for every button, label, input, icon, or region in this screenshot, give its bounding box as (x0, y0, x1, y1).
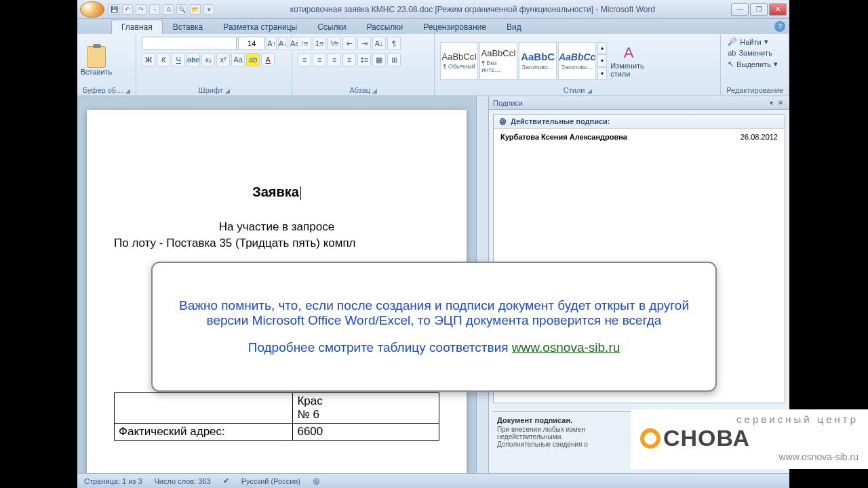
scroll-down-icon[interactable]: ▾ (597, 54, 607, 67)
font-launcher-icon[interactable]: ◢ (225, 87, 230, 94)
panel-title: Подписи (493, 99, 523, 107)
style-scroll[interactable]: ▴ ▾ ▾ (597, 42, 607, 80)
increase-indent-button[interactable]: ⇥ (357, 37, 371, 50)
decrease-indent-button[interactable]: ⇤ (342, 37, 356, 50)
align-right-button[interactable]: ≡ (328, 53, 341, 66)
superscript-button[interactable]: x² (216, 53, 230, 66)
highlight-button[interactable]: ab (246, 53, 260, 66)
signature-date: 26.08.2012 (741, 133, 778, 141)
info-overlay: Важно помнить, что, если после создания … (151, 262, 717, 392)
open-icon[interactable]: 📂 (190, 4, 201, 15)
new-icon[interactable]: ▫ (149, 4, 160, 15)
watermark-logo: СНОВА (640, 425, 859, 451)
cursor-icon: ↖ (728, 60, 734, 68)
tab-insert[interactable]: Вставка (163, 20, 214, 34)
qat-more-icon[interactable]: ▾ (203, 4, 214, 15)
scroll-more-icon[interactable]: ▾ (597, 67, 607, 80)
show-marks-button[interactable]: ¶ (387, 37, 401, 50)
watermark-url: www.osnova-sib.ru (640, 451, 859, 462)
paragraph-launcher-icon[interactable]: ◢ (372, 87, 377, 94)
clipboard-launcher-icon[interactable]: ◢ (125, 87, 130, 94)
multilevel-button[interactable]: ⅟≡ (328, 37, 341, 50)
doc-table: Крас№ 6 Фактический адрес: 6600 (114, 392, 439, 441)
grow-font-icon[interactable]: A↑ (267, 37, 277, 50)
underline-button[interactable]: Ч (172, 53, 185, 66)
change-case-button[interactable]: Aa (231, 53, 245, 66)
font-size-select[interactable] (238, 37, 265, 50)
style-no-spacing[interactable]: AaBbCcI ¶ Без инте… (479, 42, 517, 80)
style-normal[interactable]: AaBbCcI ¶ Обычный (440, 42, 478, 80)
tab-mailings[interactable]: Рассылки (356, 20, 413, 34)
rosette-icon: 🏵 (499, 117, 507, 125)
scroll-up-icon[interactable]: ▴ (597, 42, 607, 55)
office-button[interactable] (80, 1, 104, 18)
table-row: Фактический адрес: 6600 (115, 424, 439, 441)
page-indicator[interactable]: Страница: 1 из 3 (84, 477, 142, 485)
print-icon[interactable]: ⎙ (163, 4, 174, 15)
spellcheck-icon[interactable]: ✔ (223, 476, 229, 485)
ribbon-tabs: Главная Вставка Разметка страницы Ссылки… (77, 19, 789, 34)
style-heading1[interactable]: AaBbC Заголово… (519, 42, 557, 80)
align-center-button[interactable]: ≡ (313, 53, 326, 66)
italic-button[interactable]: К (157, 53, 170, 66)
tab-home[interactable]: Главная (111, 20, 163, 34)
status-bar: Страница: 1 из 3 Число слов: 363 ✔ Русск… (77, 473, 789, 488)
undo-icon[interactable]: ↶ (122, 4, 133, 15)
doc-title: Заявка (114, 184, 439, 200)
shading-button[interactable]: ▦ (372, 53, 386, 66)
style-heading2[interactable]: AaBbCc Заголово… (558, 42, 596, 80)
minimize-button[interactable]: — (731, 3, 749, 16)
help-icon[interactable]: ? (774, 21, 785, 32)
editing-group-label: Редактирование (726, 85, 783, 94)
redo-icon[interactable]: ↷ (136, 4, 146, 15)
quick-access-toolbar: 💾 ↶ ↷ ▫ ⎙ 🔍 📂 ▾ (108, 4, 214, 15)
group-clipboard: Вставить Буфер об… ◢ (77, 34, 136, 96)
paste-button[interactable]: Вставить (83, 41, 110, 81)
styles-launcher-icon[interactable]: ◢ (587, 87, 592, 94)
save-icon[interactable]: 💾 (108, 4, 119, 15)
signature-entry[interactable]: Курбатова Ксения Александровна 26.08.201… (494, 129, 785, 145)
replace-button[interactable]: abЗаменить (726, 48, 783, 58)
numbering-button[interactable]: 1≡ (313, 37, 326, 50)
binoculars-icon: 🔎 (728, 37, 737, 46)
group-font: A↑ A↓ Aa Ж К Ч abe x₂ x² Aa ab A Шрифт ◢ (136, 34, 292, 96)
maximize-button[interactable]: ❐ (750, 3, 768, 16)
tab-view[interactable]: Вид (496, 20, 532, 34)
styles-gallery[interactable]: AaBbCcI ¶ Обычный AaBbCcI ¶ Без инте… Aa… (440, 42, 607, 80)
panel-dropdown-icon[interactable]: ▾ (766, 98, 776, 108)
preview-icon[interactable]: 🔍 (176, 4, 187, 15)
panel-close-icon[interactable]: ✕ (776, 98, 785, 108)
language-indicator[interactable]: Русский (Россия) (241, 477, 300, 485)
clipboard-group-label: Буфер об… (83, 86, 123, 94)
window-title: котировочная заявка КМНС 23.08.doc [Режи… (214, 5, 731, 14)
bold-button[interactable]: Ж (142, 53, 155, 66)
titlebar: 💾 ↶ ↷ ▫ ⎙ 🔍 📂 ▾ котировочная заявка КМНС… (77, 0, 789, 19)
align-left-button[interactable]: ≡ (298, 53, 311, 66)
styles-group-label: Стили (564, 86, 585, 94)
select-button[interactable]: ↖Выделить ▾ (726, 59, 783, 69)
watermark: сервисный центр СНОВА www.osnova-sib.ru (631, 409, 868, 469)
tab-references[interactable]: Ссылки (307, 20, 356, 34)
signature-status-icon[interactable]: 🏵 (313, 477, 320, 485)
borders-button[interactable]: ⊞ (387, 53, 401, 66)
word-count[interactable]: Число слов: 363 (155, 477, 211, 485)
strike-button[interactable]: abe (186, 53, 200, 66)
tab-layout[interactable]: Разметка страницы (213, 20, 307, 34)
close-button[interactable]: ✕ (769, 3, 787, 16)
find-button[interactable]: 🔎Найти ▾ (726, 37, 783, 47)
font-family-select[interactable] (142, 37, 237, 50)
bullets-button[interactable]: ⁝≡ (298, 37, 311, 50)
overlay-link[interactable]: www.osnova-sib.ru (512, 340, 620, 354)
line-spacing-button[interactable]: ‡≡ (357, 53, 371, 66)
tab-review[interactable]: Рецензирование (413, 20, 496, 34)
signer-name: Курбатова Ксения Александровна (500, 133, 627, 141)
subscript-button[interactable]: x₂ (201, 53, 215, 66)
shrink-font-icon[interactable]: A↓ (278, 37, 288, 50)
overlay-text-1: Важно помнить, что, если после создания … (166, 298, 702, 328)
change-styles-button[interactable]: A Изменить стили (610, 41, 648, 81)
font-color-button[interactable]: A (261, 53, 275, 66)
ribbon: Вставить Буфер об… ◢ A↑ A↓ Aa Ж К Ч abe (77, 34, 789, 96)
sort-button[interactable]: A↓ (372, 37, 386, 50)
justify-button[interactable]: ≡ (342, 53, 356, 66)
group-styles: AaBbCcI ¶ Обычный AaBbCcI ¶ Без инте… Aa… (435, 34, 721, 96)
